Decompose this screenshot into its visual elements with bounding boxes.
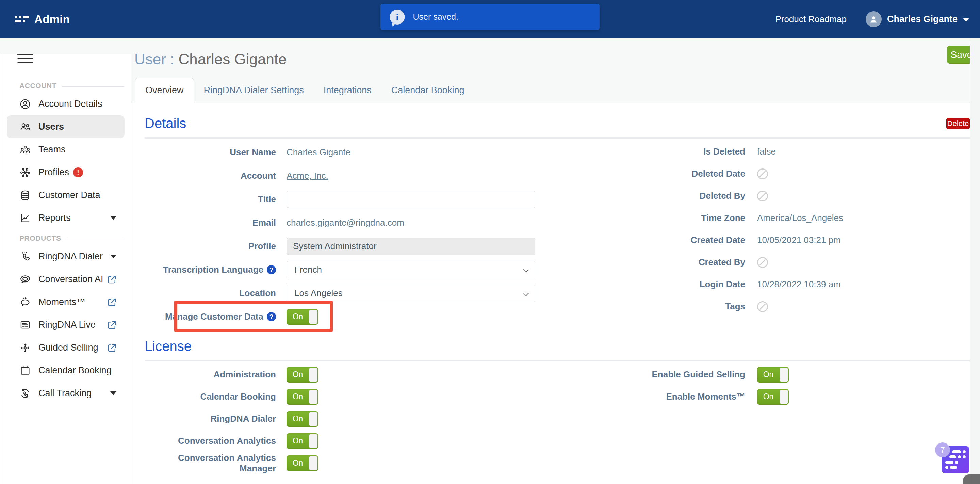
field-row-transcription-language: Transcription Language? French	[145, 258, 553, 282]
sidebar-item-ringdna-live[interactable]: RingDNA Live	[7, 314, 124, 336]
sidebar-item-teams[interactable]: Teams	[7, 138, 124, 161]
license-row-conversation-analytics-manager: Conversation Analytics Manager On	[145, 452, 553, 474]
sidebar-item-reports[interactable]: Reports	[7, 207, 124, 229]
tab-integrations[interactable]: Integrations	[314, 78, 382, 103]
external-link-icon[interactable]	[107, 274, 119, 285]
sidebar-item-label: Calendar Booking	[38, 365, 119, 376]
sidebar-item-guided-selling[interactable]: Guided Selling	[7, 336, 124, 359]
field-label: Enable Moments™	[621, 392, 757, 402]
field-row-location: Location Los Angeles	[145, 282, 553, 305]
section-label: PRODUCTS	[19, 234, 61, 242]
field-label: Conversation Analytics	[145, 436, 286, 446]
sidebar-item-label: Account Details	[38, 99, 119, 109]
moments-bubble-icon	[19, 296, 31, 308]
title-input[interactable]	[286, 191, 535, 208]
tab-overview[interactable]: Overview	[135, 78, 194, 103]
revenue-logo-icon	[15, 16, 29, 22]
location-select[interactable]: Los Angeles	[286, 285, 535, 302]
field-label: Time Zone	[621, 213, 757, 223]
ringdna-dialer-toggle[interactable]: On	[286, 411, 318, 427]
sidebar: ACCOUNT Account Details Users Teams	[0, 38, 131, 484]
field-label: Location	[145, 288, 286, 298]
user-menu[interactable]: Charles Gigante	[887, 14, 958, 24]
call-tracking-icon	[19, 388, 31, 399]
sidebar-item-call-tracking[interactable]: Call Tracking	[7, 382, 124, 405]
field-label: Conversation Analytics Manager	[145, 453, 286, 474]
sidebar-item-account-details[interactable]: Account Details	[7, 92, 124, 115]
tab-ringdna-dialer-settings[interactable]: RingDNA Dialer Settings	[194, 78, 314, 103]
enable-moments-toggle[interactable]: On	[757, 389, 789, 405]
chevron-down-icon[interactable]	[110, 255, 116, 258]
conversation-analytics-manager-toggle[interactable]: On	[286, 455, 318, 471]
field-label: Created By	[621, 257, 757, 267]
field-value: America/Los_Angeles	[757, 213, 843, 223]
chevron-down-icon	[523, 290, 529, 296]
avatar[interactable]	[865, 11, 882, 27]
scrollbar-track[interactable]	[970, 38, 980, 484]
tab-calendar-booking[interactable]: Calendar Booking	[382, 78, 474, 103]
topbar-right: Product Roadmap Charles Gigante	[775, 11, 980, 27]
sidebar-item-profiles[interactable]: Profiles !	[7, 161, 124, 184]
field-row-is-deleted: Is Deleted false	[553, 140, 970, 163]
field-row-tags: Tags	[553, 295, 970, 318]
chevron-down-icon[interactable]	[963, 18, 969, 22]
toggle-knob	[780, 368, 788, 382]
field-label: Login Date	[621, 279, 757, 290]
help-icon[interactable]: ?	[267, 312, 276, 321]
brand: Admin	[0, 13, 70, 26]
field-label: Account	[145, 170, 286, 181]
field-row-created-date: Created Date 10/05/2021 03:21 pm	[553, 229, 970, 251]
account-details-icon	[19, 99, 31, 110]
sidebar-item-label: Call Tracking	[38, 388, 110, 398]
transcription-language-select[interactable]: French	[286, 261, 535, 279]
sidebar-item-label: RingDNA Dialer	[38, 251, 110, 262]
menu-toggle-button[interactable]	[18, 54, 33, 63]
chevron-down-icon[interactable]	[110, 216, 116, 220]
administration-toggle[interactable]: On	[286, 367, 318, 382]
hidden-widget-corner	[963, 474, 980, 484]
enable-guided-selling-toggle[interactable]: On	[757, 367, 789, 382]
section-label: ACCOUNT	[19, 82, 56, 90]
license-heading: License	[145, 339, 970, 354]
product-roadmap-link[interactable]: Product Roadmap	[775, 14, 846, 24]
empty-value-icon	[757, 257, 768, 268]
teams-icon	[19, 144, 31, 156]
field-label: Tags	[621, 301, 757, 312]
sidebar-item-label: Users	[38, 121, 119, 132]
section-divider	[145, 137, 970, 139]
external-link-icon[interactable]	[107, 320, 119, 330]
toast-message: User saved.	[413, 12, 458, 22]
sidebar-item-label: Reports	[38, 213, 110, 223]
field-row-deleted-date: Deleted Date	[553, 163, 970, 185]
toast-notification[interactable]: i User saved.	[381, 4, 600, 30]
phone-dialer-icon	[19, 251, 31, 263]
toggle-knob	[309, 368, 318, 382]
sidebar-item-label: Teams	[38, 144, 119, 155]
sidebar-section-account: ACCOUNT	[19, 82, 124, 90]
field-label: Profile	[145, 241, 286, 252]
license-grid: Administration On Calendar Booking On Ri…	[145, 363, 970, 474]
delete-button[interactable]: Delete	[946, 118, 970, 129]
calendar-booking-toggle[interactable]: On	[286, 389, 318, 405]
sidebar-item-moments[interactable]: Moments™	[7, 291, 124, 314]
chevron-down-icon[interactable]	[110, 392, 116, 395]
external-link-icon[interactable]	[107, 297, 119, 307]
sidebar-item-calendar-booking[interactable]: Calendar Booking	[7, 359, 124, 382]
sidebar-item-customer-data[interactable]: Customer Data	[7, 184, 124, 207]
account-link[interactable]: Acme, Inc.	[286, 170, 328, 181]
field-row-email: Email charles.gigante@ringdna.com	[145, 211, 553, 234]
conversation-analytics-toggle[interactable]: On	[286, 433, 318, 449]
overview-panel: Details Delete User Name Charles Gigante…	[131, 103, 980, 484]
help-icon[interactable]: ?	[267, 265, 276, 274]
field-row-account: Account Acme, Inc.	[145, 164, 553, 188]
field-value: 10/05/2021 03:21 pm	[757, 235, 841, 245]
manage-customer-data-toggle[interactable]: On	[286, 309, 318, 325]
sidebar-item-users[interactable]: Users	[7, 115, 124, 138]
toggle-knob	[309, 390, 318, 404]
sidebar-item-ringdna-dialer[interactable]: RingDNA Dialer	[7, 245, 124, 268]
field-label: User Name	[145, 147, 286, 158]
brand-title: Admin	[34, 13, 70, 26]
field-row-title: Title	[145, 188, 553, 211]
sidebar-item-conversation-ai[interactable]: Conversation AI	[7, 268, 124, 291]
external-link-icon[interactable]	[107, 343, 119, 353]
